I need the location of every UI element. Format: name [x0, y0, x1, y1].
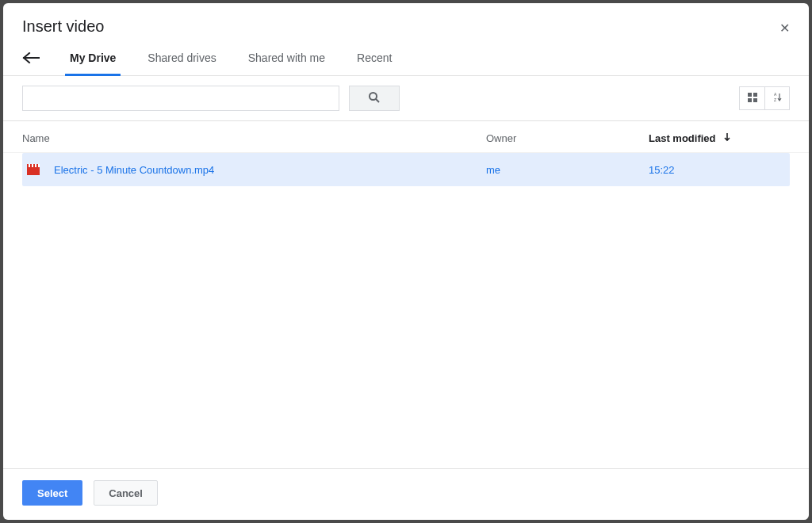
- tab-recent[interactable]: Recent: [352, 50, 396, 75]
- dialog-title: Insert video: [22, 17, 790, 36]
- file-modified: 15:22: [649, 164, 790, 176]
- dialog-footer: Select Cancel: [3, 468, 809, 520]
- grid-icon: [747, 92, 758, 105]
- column-modified-label: Last modified: [649, 132, 716, 144]
- svg-rect-3: [753, 93, 757, 97]
- search-icon: [368, 91, 381, 106]
- svg-rect-2: [748, 93, 752, 97]
- back-button[interactable]: [22, 52, 43, 73]
- svg-rect-5: [753, 98, 757, 102]
- search-input[interactable]: [22, 86, 339, 111]
- svg-line-1: [376, 99, 379, 102]
- sort-descending-icon: [722, 132, 732, 144]
- close-button[interactable]: ✕: [776, 17, 793, 39]
- svg-text:Z: Z: [774, 97, 776, 102]
- tabs-bar: My Drive Shared drives Shared with me Re…: [3, 50, 809, 76]
- column-headers: Name Owner Last modified: [3, 121, 809, 153]
- file-list: Electric - 5 Minute Countdown.mp4 me 15:…: [3, 153, 809, 468]
- grid-view-button[interactable]: [739, 86, 764, 110]
- svg-text:A: A: [774, 92, 777, 97]
- file-row[interactable]: Electric - 5 Minute Countdown.mp4 me 15:…: [22, 153, 790, 186]
- tab-label: Shared with me: [248, 52, 325, 64]
- sort-az-icon: AZ: [772, 92, 783, 105]
- close-icon: ✕: [779, 21, 790, 35]
- search-bar: AZ: [3, 76, 809, 121]
- svg-rect-4: [748, 98, 752, 102]
- select-button[interactable]: Select: [22, 480, 82, 506]
- tab-my-drive[interactable]: My Drive: [65, 50, 121, 75]
- svg-point-0: [370, 93, 377, 100]
- sort-button[interactable]: AZ: [764, 86, 790, 110]
- file-owner: me: [486, 164, 649, 176]
- video-file-icon: [27, 164, 40, 175]
- view-controls: AZ: [739, 86, 790, 110]
- column-owner[interactable]: Owner: [486, 132, 649, 144]
- file-name: Electric - 5 Minute Countdown.mp4: [54, 164, 214, 176]
- dialog-header: Insert video ✕: [3, 3, 809, 50]
- insert-video-dialog: Insert video ✕ My Drive Shared drives Sh…: [3, 3, 809, 520]
- column-name[interactable]: Name: [22, 132, 486, 144]
- tab-label: Shared drives: [147, 52, 216, 64]
- cancel-button[interactable]: Cancel: [94, 480, 158, 506]
- tab-shared-with-me[interactable]: Shared with me: [243, 50, 330, 75]
- back-arrow-icon: [22, 52, 40, 63]
- search-button[interactable]: [349, 86, 400, 111]
- tab-shared-drives[interactable]: Shared drives: [143, 50, 220, 75]
- tab-label: Recent: [357, 52, 392, 64]
- tab-label: My Drive: [70, 52, 116, 64]
- file-name-cell: Electric - 5 Minute Countdown.mp4: [22, 164, 486, 176]
- column-last-modified[interactable]: Last modified: [649, 132, 790, 144]
